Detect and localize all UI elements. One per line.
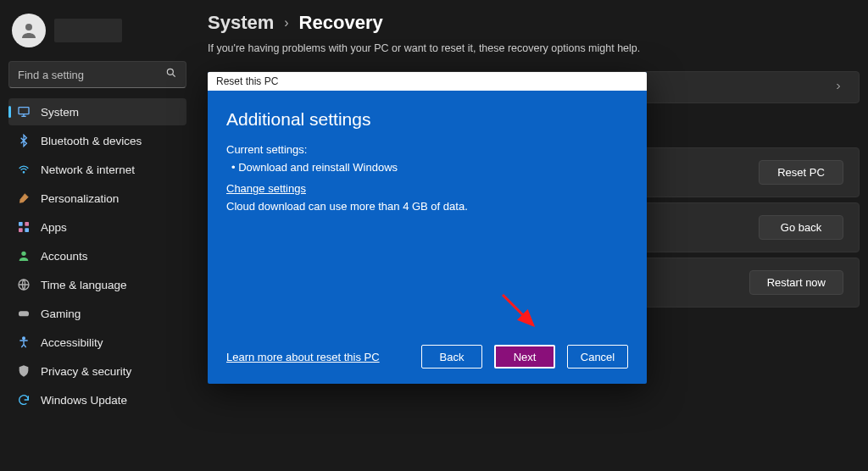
nav-label: Windows Update xyxy=(41,394,127,407)
globe-icon xyxy=(17,278,31,291)
sidebar-item-gaming[interactable]: Gaming xyxy=(8,300,186,327)
nav-label: Accounts xyxy=(41,250,88,263)
accessibility-icon xyxy=(17,335,31,349)
sidebar-item-apps[interactable]: Apps xyxy=(8,213,186,241)
system-icon xyxy=(17,105,31,119)
apps-icon xyxy=(17,220,31,234)
avatar xyxy=(12,14,46,47)
sidebar-item-personalization[interactable]: Personalization xyxy=(8,185,186,212)
go-back-button[interactable]: Go back xyxy=(759,215,843,240)
dialog-footer: Learn more about reset this PC Back Next… xyxy=(208,345,647,384)
setting-item: Download and reinstall Windows xyxy=(231,161,628,174)
gamepad-icon xyxy=(17,307,31,320)
nav-label: System xyxy=(41,106,79,119)
svg-line-2 xyxy=(173,75,175,77)
svg-point-11 xyxy=(21,252,25,256)
breadcrumb-parent[interactable]: System xyxy=(208,12,274,34)
breadcrumb: System › Recovery xyxy=(208,12,860,34)
svg-rect-7 xyxy=(19,222,23,226)
cancel-button[interactable]: Cancel xyxy=(567,345,628,368)
page-description: If you're having problems with your PC o… xyxy=(208,42,860,54)
wifi-icon xyxy=(17,163,31,176)
sidebar-item-update[interactable]: Windows Update xyxy=(8,386,186,413)
nav-label: Network & internet xyxy=(41,163,135,176)
nav-label: Accessibility xyxy=(41,336,103,349)
sidebar-item-accessibility[interactable]: Accessibility xyxy=(8,329,186,356)
dialog-buttons: Back Next Cancel xyxy=(421,345,628,368)
dialog-body: Additional settings Current settings: Do… xyxy=(208,91,647,345)
sidebar-item-accounts[interactable]: Accounts xyxy=(8,242,186,269)
svg-rect-8 xyxy=(25,222,29,226)
next-button[interactable]: Next xyxy=(494,345,555,368)
shield-icon xyxy=(17,364,31,378)
bluetooth-icon xyxy=(17,134,31,147)
svg-rect-10 xyxy=(25,228,29,232)
brush-icon xyxy=(17,191,31,205)
nav-label: Personalization xyxy=(41,192,119,205)
svg-point-14 xyxy=(23,337,25,340)
reset-pc-button[interactable]: Reset PC xyxy=(759,160,843,185)
svg-rect-13 xyxy=(19,311,29,316)
search-box[interactable] xyxy=(8,61,186,88)
reset-pc-dialog: Reset this PC Additional settings Curren… xyxy=(208,72,647,384)
back-button[interactable]: Back xyxy=(421,345,482,368)
dialog-titlebar: Reset this PC xyxy=(208,72,647,91)
sidebar-item-system[interactable]: System xyxy=(8,98,186,125)
svg-point-6 xyxy=(23,172,24,173)
dialog-heading: Additional settings xyxy=(226,109,628,130)
update-icon xyxy=(17,393,31,407)
user-account-row[interactable] xyxy=(8,8,186,56)
svg-rect-9 xyxy=(19,228,23,232)
cloud-download-note: Cloud download can use more than 4 GB of… xyxy=(226,200,628,213)
user-name xyxy=(54,19,122,42)
sidebar-item-privacy[interactable]: Privacy & security xyxy=(8,357,186,385)
restart-now-button[interactable]: Restart now xyxy=(749,270,843,295)
chevron-right-icon: › xyxy=(284,15,288,30)
nav-list: System Bluetooth & devices Network & int… xyxy=(8,98,186,413)
person-icon xyxy=(17,249,31,263)
current-settings-list: Download and reinstall Windows xyxy=(226,161,628,174)
nav-label: Bluetooth & devices xyxy=(41,135,142,147)
learn-more-link[interactable]: Learn more about reset this PC xyxy=(226,351,380,363)
sidebar-item-time[interactable]: Time & language xyxy=(8,271,186,298)
current-settings-label: Current settings: xyxy=(226,143,628,156)
search-icon xyxy=(165,67,177,82)
svg-point-0 xyxy=(25,24,32,30)
chevron-right-icon xyxy=(833,80,843,95)
sidebar-item-bluetooth[interactable]: Bluetooth & devices xyxy=(8,127,186,154)
nav-label: Privacy & security xyxy=(41,365,131,378)
breadcrumb-current: Recovery xyxy=(299,12,383,34)
sidebar-item-network[interactable]: Network & internet xyxy=(8,156,186,183)
svg-point-1 xyxy=(167,69,173,75)
nav-label: Time & language xyxy=(41,279,127,291)
change-settings-link[interactable]: Change settings xyxy=(226,182,306,195)
nav-label: Gaming xyxy=(41,308,81,320)
nav-label: Apps xyxy=(41,221,67,234)
svg-rect-3 xyxy=(19,108,29,114)
settings-sidebar: System Bluetooth & devices Network & int… xyxy=(0,0,195,471)
search-input[interactable] xyxy=(18,69,153,81)
